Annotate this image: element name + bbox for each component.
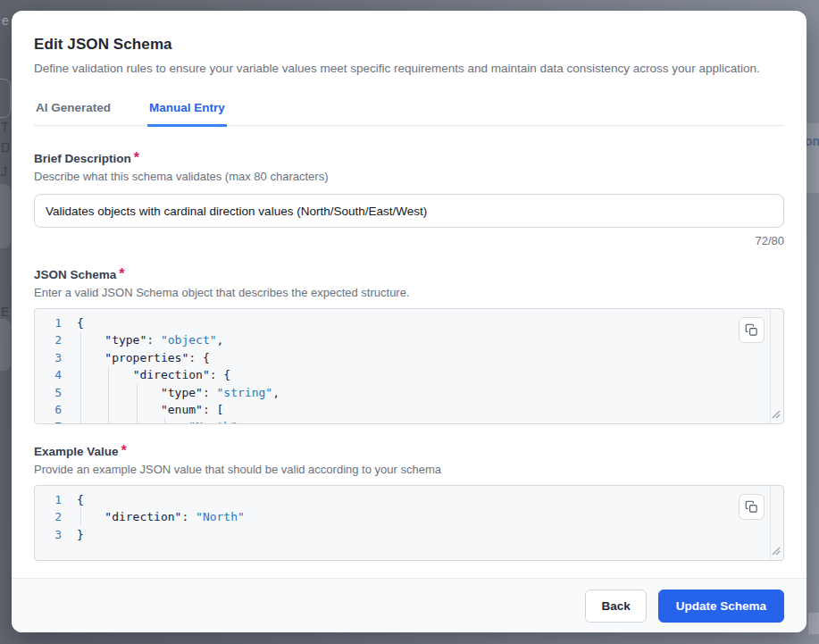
- back-button[interactable]: Back: [585, 590, 646, 623]
- json-schema-code-editor[interactable]: 1{2 "type": "object",3 "properties": {4 …: [34, 308, 784, 424]
- line-number: 3: [35, 526, 62, 543]
- example-value-code-editor[interactable]: 1{2 "direction": "North"3}: [34, 485, 784, 561]
- indent-guide: [80, 331, 81, 348]
- copy-button[interactable]: [739, 317, 765, 343]
- json-schema-label: JSON Schema*: [34, 266, 784, 282]
- indent-guide: [80, 349, 81, 366]
- example-value-field: Example Value* Provide an example JSON v…: [34, 443, 784, 561]
- tab-ai-generated[interactable]: AI Generated: [34, 101, 113, 127]
- brief-description-label: Brief Description*: [34, 150, 784, 166]
- dimmed-page-backdrop: e T D J E on Edit JSON Schema Define val…: [0, 0, 819, 644]
- indent-guide: [80, 418, 81, 424]
- brief-description-helper: Describe what this schema validates (max…: [34, 170, 784, 183]
- code-line: 5 "type": "string",: [35, 384, 783, 401]
- indent-guide: [80, 384, 81, 401]
- line-number: 2: [35, 508, 62, 525]
- character-counter: 72/80: [34, 234, 784, 247]
- line-number: 2: [35, 331, 62, 348]
- brief-description-input[interactable]: [34, 194, 784, 228]
- line-number: 1: [35, 491, 62, 508]
- required-asterisk: *: [121, 443, 127, 458]
- backdrop-panel: [808, 613, 819, 634]
- code-line: 7 "North",: [35, 418, 783, 424]
- indent-guide: [164, 418, 165, 424]
- example-value-helper: Provide an example JSON value that shoul…: [34, 463, 784, 476]
- code-lines: 1{2 "direction": "North"3}: [35, 486, 783, 543]
- backdrop-text-fragment: D: [1, 140, 10, 155]
- brief-description-field: Brief Description* Describe what this sc…: [34, 150, 784, 247]
- dialog-content: Edit JSON Schema Define validation rules…: [12, 11, 806, 578]
- backdrop-text-fragment: J: [1, 164, 7, 179]
- line-number: 6: [35, 401, 62, 418]
- indent-guide: [108, 384, 109, 401]
- copy-icon: [745, 323, 758, 337]
- line-number: 7: [35, 418, 62, 424]
- backdrop-text-fragment: e: [2, 13, 9, 28]
- code-line: 1{: [35, 314, 783, 331]
- code-line: 2 "direction": "North": [35, 508, 783, 525]
- backdrop-panel: [0, 184, 11, 248]
- code-line: 3}: [35, 526, 783, 543]
- dialog-description: Define validation rules to ensure your v…: [34, 62, 784, 75]
- indent-guide: [137, 401, 138, 418]
- backdrop-panel: [0, 79, 11, 118]
- indent-guide: [108, 401, 109, 418]
- code-line: 1{: [35, 491, 783, 508]
- backdrop-panel: [0, 319, 11, 371]
- indent-guide: [80, 401, 81, 418]
- code-lines: 1{2 "type": "object",3 "properties": {4 …: [35, 309, 783, 424]
- dialog-footer: Back Update Schema: [12, 578, 806, 632]
- json-schema-field: JSON Schema* Enter a valid JSON Schema o…: [34, 266, 784, 424]
- resize-handle[interactable]: [772, 545, 781, 558]
- backdrop-link-fragment: on: [805, 134, 819, 148]
- copy-button[interactable]: [739, 494, 765, 520]
- line-number: 4: [35, 366, 62, 383]
- line-number: 5: [35, 384, 62, 401]
- edit-json-schema-dialog: Edit JSON Schema Define validation rules…: [12, 11, 806, 632]
- code-line: 2 "type": "object",: [35, 331, 783, 348]
- backdrop-text-fragment: E: [1, 305, 9, 319]
- dialog-title: Edit JSON Schema: [34, 36, 784, 54]
- code-line: 3 "properties": {: [35, 349, 783, 366]
- indent-guide: [137, 384, 138, 401]
- resize-handle[interactable]: [772, 408, 781, 422]
- indent-guide: [80, 508, 81, 525]
- tab-bar: AI Generated Manual Entry: [34, 101, 784, 126]
- code-line: 6 "enum": [: [35, 401, 783, 418]
- required-asterisk: *: [134, 150, 139, 165]
- indent-guide: [137, 418, 138, 424]
- line-number: 3: [35, 349, 62, 366]
- indent-guide: [108, 418, 109, 424]
- tab-manual-entry[interactable]: Manual Entry: [147, 101, 227, 127]
- example-value-label: Example Value*: [34, 443, 784, 459]
- indent-guide: [108, 366, 109, 383]
- line-number: 1: [35, 314, 62, 331]
- indent-guide: [80, 366, 81, 383]
- json-schema-helper: Enter a valid JSON Schema object that de…: [34, 286, 784, 299]
- copy-icon: [745, 500, 758, 514]
- required-asterisk: *: [119, 266, 124, 281]
- backdrop-text-fragment: T: [1, 120, 9, 134]
- update-schema-button[interactable]: Update Schema: [658, 590, 784, 623]
- code-line: 4 "direction": {: [35, 366, 783, 383]
